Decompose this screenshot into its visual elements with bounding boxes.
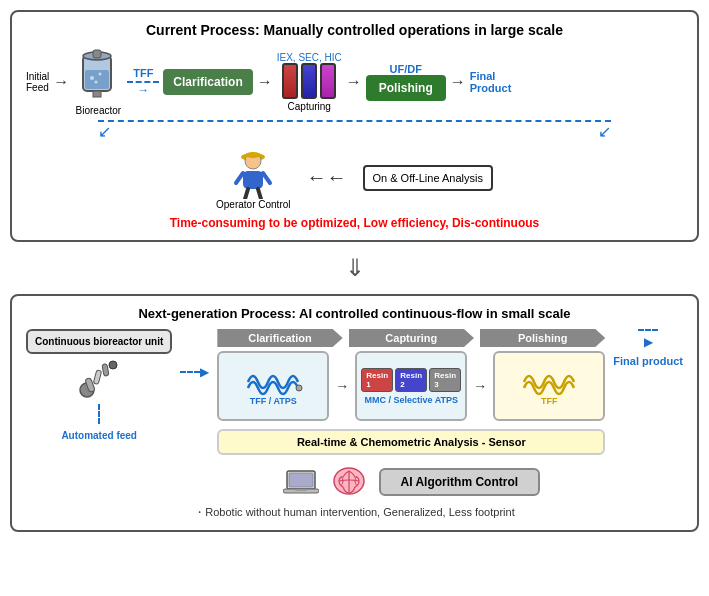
svg-point-6 [95,81,98,84]
title-bold: Current Process [146,22,255,38]
polishing-box: Polishing [366,75,446,101]
capturing-stage-box: Resin 1 Resin 2 Resin 3 MMC / Selective … [355,351,467,421]
iex-label: IEX, SEC, HIC [277,52,342,63]
svg-point-5 [99,73,102,76]
svg-rect-2 [93,50,101,58]
next-gen-bold: Next-generation Process [138,306,291,321]
stage-arrow1: → [335,378,349,394]
ufdf-label: UF/DF [390,63,422,75]
cont-bioreactor-box: Continuous bioreactor unit [26,329,172,354]
svg-point-20 [109,361,117,369]
clarification-box: Clarification [163,69,252,95]
center-stages: Clarification Capturing Polishing [217,329,605,499]
dashed-return: ↙ ↙ [98,120,610,141]
warning-text: Time-consuming to be optimized, Low effi… [26,216,683,230]
top-section: Current Process: Manually controlled ope… [10,10,699,242]
current-process-title: Current Process: Manually controlled ope… [26,22,683,38]
svg-point-10 [245,152,261,158]
automated-feed-label: Automated feed [61,430,137,441]
resin1-box: Resin 1 [361,368,393,392]
title-sub: : Manually controlled operations in larg… [255,22,563,38]
resin-boxes: Resin 1 Resin 2 Resin 3 [361,368,461,392]
next-gen-layout: Continuous bioreactor unit Automated fee… [26,329,683,499]
operator-row: Operator Control ←← On & Off-Line Analys… [26,145,683,210]
stage-headers: Clarification Capturing Polishing [217,329,605,347]
mmc-label: MMC / Selective ATPS [365,395,459,405]
left-dbl-arrow: ←← [307,166,347,189]
next-gen-title: Next-generation Process: AI controlled c… [26,306,683,321]
svg-rect-18 [93,370,101,385]
final-product-bottom-label: Final product [613,355,683,367]
tff2-label: TFF [541,396,558,406]
cont-bioreactor-label: Continuous bioreactor unit [35,336,163,347]
arrow4: → [450,73,466,91]
clarification-group: Clarification [163,69,252,95]
polishing-stage-box: TFF [493,351,605,421]
final-product-group: FinalProduct [470,70,512,94]
dashed-vert [98,404,100,424]
laptop-icon [283,467,319,497]
clarification-stage-box: TFF / ATPS [217,351,329,421]
brain-icon [331,465,367,499]
svg-rect-7 [93,91,101,97]
arrow2: → [257,73,273,91]
stage-arrow2: → [473,378,487,394]
stage-header-clarification: Clarification [217,329,342,347]
operator-label: Operator Control [216,199,290,210]
column3 [320,63,336,99]
initial-feed-group: InitialFeed [26,71,49,93]
next-gen-sub: : AI controlled continuous-flow in small… [292,306,571,321]
resin3-box: Resin 3 [429,368,461,392]
svg-line-13 [263,173,270,183]
polishing-group: UF/DF Polishing [366,63,446,101]
right-final: ▶ Final product [613,329,683,367]
tff-atps-label: TFF / ATPS [250,396,297,406]
column2 [301,63,317,99]
column-icons [282,63,336,99]
tff-arrow-group: TFF → [127,67,159,97]
feed-arrow: ▶ [180,329,209,379]
final-product-label: FinalProduct [470,70,512,94]
stage-header-polishing: Polishing [480,329,605,347]
bottom-note: ・Robotic without human intervention, Gen… [26,505,683,520]
bioreactor-label: Bioreactor [76,105,122,116]
svg-rect-11 [243,171,263,189]
process-flow-top: InitialFeed → [26,48,683,116]
resin2-box: Resin 2 [395,368,427,392]
operator-icon [231,145,275,199]
tff-label: TFF [133,67,153,79]
svg-rect-23 [289,473,313,487]
operator-group: Operator Control [216,145,290,210]
svg-rect-25 [295,489,307,491]
analysis-sensor-box: Real-time & Chemometric Analysis - Senso… [217,429,605,455]
column1 [282,63,298,99]
svg-line-12 [236,173,243,183]
bottom-section: Next-generation Process: AI controlled c… [10,294,699,532]
initial-feed-label: InitialFeed [26,71,49,93]
ai-control-box: AI Algorithm Control [379,468,541,496]
arrow1: → [53,73,69,91]
svg-rect-19 [102,364,109,377]
svg-rect-3 [85,70,109,89]
stage-content-row: TFF / ATPS → Resin 1 Resin 2 Resin 3 MMC… [217,351,605,421]
ai-row: AI Algorithm Control [217,465,605,499]
svg-point-4 [90,76,94,80]
analysis-box: On & Off-Line Analysis [363,165,493,191]
capturing-label: Capturing [288,101,331,112]
capturing-group: IEX, SEC, HIC Capturing [277,52,342,112]
svg-line-15 [258,189,261,199]
polishing-wave-icon [519,366,579,396]
main-container: Current Process: Manually controlled ope… [10,10,699,532]
section-transition-arrow: ⇓ [10,256,699,280]
arrow3: → [346,73,362,91]
robot-arm-icon [79,360,119,398]
bioreactor-icon [73,48,123,103]
stage-header-capturing: Capturing [349,329,474,347]
svg-point-21 [296,385,302,391]
clarification-wave-icon [243,366,303,396]
svg-line-14 [245,189,248,199]
bioreactor-group: Bioreactor [73,48,123,116]
left-col: Continuous bioreactor unit Automated fee… [26,329,172,441]
